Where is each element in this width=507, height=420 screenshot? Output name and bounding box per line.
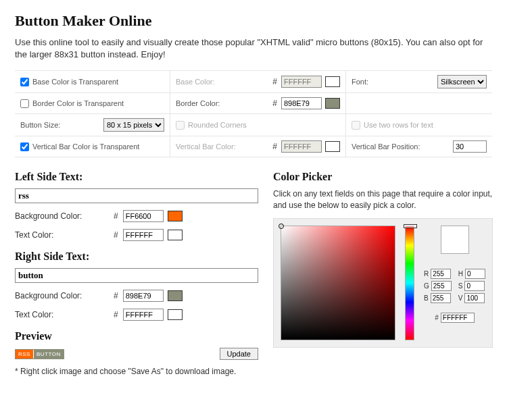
color-picker-gradient[interactable]: [281, 226, 395, 340]
r-label: R: [424, 270, 429, 278]
s-label: S: [458, 282, 463, 290]
border-color-swatch: [325, 98, 340, 109]
intro-text: Use this online tool to easily and visua…: [15, 36, 492, 61]
base-color-label: Base Color:: [176, 78, 214, 86]
h-label: H: [458, 270, 463, 278]
rounded-label: Rounded Corners: [188, 121, 247, 129]
vbar-color-label: Vertical Bar Color:: [176, 142, 236, 151]
base-color-swatch: [325, 76, 340, 87]
color-picker-cursor[interactable]: [279, 224, 284, 229]
vbar-transparent-checkbox[interactable]: [20, 142, 29, 151]
color-picker-desc: Click on any text fields on this page th…: [273, 188, 493, 211]
right-text-input[interactable]: [15, 268, 258, 283]
left-text-heading: Left Side Text:: [15, 171, 258, 183]
two-rows-label: Use two rows for text: [364, 121, 433, 129]
rounded-checkbox: [176, 121, 185, 130]
right-tc-label: Text Color:: [15, 310, 110, 319]
font-select[interactable]: Silkscreen: [437, 75, 487, 88]
h-input[interactable]: [465, 269, 485, 279]
vbar-pos-label: Vertical Bar Position:: [352, 142, 420, 151]
left-tc-label: Text Color:: [15, 230, 110, 240]
update-button[interactable]: Update: [220, 348, 258, 360]
base-color-input[interactable]: [281, 76, 322, 88]
base-transparent-checkbox[interactable]: [20, 78, 29, 86]
preview-heading: Preview: [15, 330, 258, 342]
right-bg-label: Background Color:: [15, 291, 110, 300]
left-bg-input[interactable]: [123, 210, 164, 222]
size-label: Button Size:: [20, 121, 60, 129]
vbar-color-input[interactable]: [281, 140, 322, 153]
left-text-input[interactable]: [15, 188, 258, 203]
v-input[interactable]: [464, 293, 485, 303]
r-input[interactable]: [431, 269, 451, 279]
preview-note: * Right click image and choose "Save As"…: [15, 367, 258, 376]
two-rows-checkbox: [352, 121, 360, 130]
right-bg-input[interactable]: [123, 290, 164, 302]
hue-slider-handle[interactable]: [404, 224, 417, 228]
border-color-label: Border Color:: [176, 99, 220, 107]
color-picker-heading: Color Picker: [273, 171, 493, 183]
v-label: V: [458, 294, 463, 302]
base-transparent-label: Base Color is Transparent: [32, 78, 118, 86]
vbar-pos-input[interactable]: [453, 140, 487, 153]
page-title: Button Maker Online: [15, 12, 492, 30]
hex-hash: #: [435, 314, 439, 321]
color-sample-swatch: [441, 226, 469, 254]
g-label: G: [424, 282, 429, 290]
right-tc-input[interactable]: [123, 309, 164, 321]
left-bg-swatch: [168, 211, 183, 221]
b-input[interactable]: [431, 293, 451, 303]
hex-input[interactable]: [441, 313, 475, 323]
right-bg-swatch: [168, 290, 183, 301]
preview-left: RSS: [16, 350, 33, 359]
border-transparent-label: Border Color is Transparent: [32, 99, 124, 107]
preview-image[interactable]: RSS BUTTON: [15, 349, 64, 359]
left-tc-swatch: [168, 230, 183, 240]
left-bg-label: Background Color:: [15, 211, 110, 221]
g-input[interactable]: [431, 281, 452, 291]
color-picker-panel: R G B H S V #: [273, 218, 493, 348]
border-transparent-checkbox[interactable]: [20, 99, 29, 108]
s-input[interactable]: [464, 281, 485, 291]
vbar-color-swatch: [325, 141, 340, 152]
size-select[interactable]: 80 x 15 pixels: [103, 118, 164, 132]
right-text-heading: Right Side Text:: [15, 251, 258, 263]
border-color-input[interactable]: [281, 97, 322, 109]
vbar-transparent-label: Vertical Bar Color is Transparent: [32, 142, 139, 151]
options-grid: Base Color is Transparent Base Color: # …: [15, 70, 492, 157]
font-label: Font:: [352, 78, 368, 86]
right-tc-swatch: [168, 309, 183, 320]
preview-right: BUTTON: [33, 350, 64, 359]
left-tc-input[interactable]: [123, 229, 164, 241]
b-label: B: [424, 294, 429, 302]
color-picker-hue[interactable]: [405, 226, 414, 340]
